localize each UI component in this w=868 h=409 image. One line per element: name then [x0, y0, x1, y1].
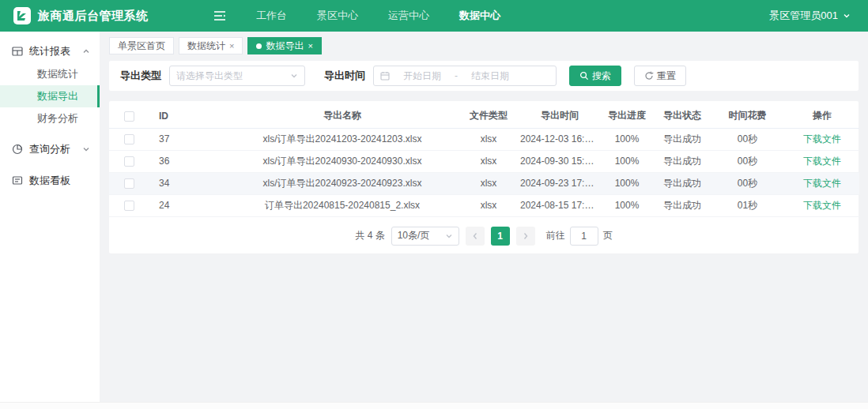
prev-page-button[interactable] — [466, 227, 485, 246]
cell-export-time: 2024-09-23 17:29:45 — [520, 172, 599, 194]
content-area: 单景区首页 数据统计 × 数据导出 × 导出类型 请选择导出类型 — [100, 32, 868, 409]
close-icon[interactable]: × — [229, 42, 234, 51]
cell-filetype: xlsx — [457, 194, 520, 216]
active-dot-icon — [256, 43, 262, 49]
cell-name: xls/订单导出20241203-20241203.xlsx — [228, 128, 457, 150]
cell-id: 34 — [149, 172, 228, 194]
page-size-select[interactable]: 10条/页 — [391, 227, 459, 246]
cell-status: 导出成功 — [655, 194, 710, 216]
cell-export-time: 2024-08-15 17:43:35 — [520, 194, 599, 216]
start-date-input[interactable] — [394, 70, 450, 81]
table-row: 24 订单导出20240815-20240815_2.xlsx xlsx 202… — [109, 194, 859, 216]
nav-item-workbench[interactable]: 工作台 — [256, 9, 287, 23]
query-pie-icon — [12, 144, 23, 155]
tab-scenic-home[interactable]: 单景区首页 — [109, 37, 174, 54]
app-root: 旅商通后台管理系统 工作台 景区中心 运营中心 数据中心 景区管理员001 统计… — [0, 0, 868, 409]
refresh-icon — [644, 71, 654, 81]
download-file-link[interactable]: 下载文件 — [803, 133, 841, 144]
export-type-placeholder: 请选择导出类型 — [176, 69, 243, 83]
app-title: 旅商通后台管理系统 — [38, 9, 149, 24]
chevron-left-icon — [472, 232, 478, 240]
top-header: 旅商通后台管理系统 工作台 景区中心 运营中心 数据中心 景区管理员001 — [0, 0, 868, 32]
cell-name: 订单导出20240815-20240815_2.xlsx — [228, 194, 457, 216]
date-range-picker[interactable]: - — [373, 66, 557, 86]
chevron-down-icon — [843, 12, 851, 20]
page-number-1[interactable]: 1 — [491, 227, 510, 246]
cell-progress: 100% — [599, 194, 655, 216]
search-icon — [579, 71, 589, 81]
cell-export-time: 2024-12-03 16:10:26 — [520, 128, 599, 150]
row-checkbox[interactable] — [124, 156, 134, 167]
col-header-actions: 操作 — [785, 104, 859, 128]
tab-label: 单景区首页 — [118, 39, 165, 53]
cell-export-time: 2024-09-30 15:25:25 — [520, 150, 599, 172]
row-checkbox[interactable] — [124, 178, 134, 189]
chevron-down-icon — [445, 232, 453, 240]
goto-label: 前往 — [546, 229, 565, 242]
col-header-name: 导出名称 — [228, 104, 457, 128]
col-header-progress: 导出进度 — [599, 104, 655, 128]
goto-page-input[interactable] — [570, 227, 598, 246]
nav-item-data-center[interactable]: 数据中心 — [459, 9, 500, 23]
sidebar: 统计报表 数据统计 数据导出 财务分析 查询分析 数据看板 — [0, 32, 100, 409]
download-file-link[interactable]: 下载文件 — [803, 178, 841, 189]
col-header-time-cost: 时间花费 — [710, 104, 785, 128]
select-all-checkbox[interactable] — [124, 111, 134, 122]
table-row: 34 xls/订单导出20240923-20240923.xlsx xlsx 2… — [109, 172, 859, 194]
logo: 旅商通后台管理系统 — [0, 6, 212, 25]
tab-data-export[interactable]: 数据导出 × — [247, 37, 321, 54]
sidebar-item-label: 数据看板 — [29, 174, 90, 188]
search-button[interactable]: 搜索 — [569, 66, 621, 86]
user-menu[interactable]: 景区管理员001 — [769, 9, 868, 23]
page-size-value: 10条/页 — [398, 229, 430, 242]
logo-icon — [13, 6, 32, 25]
nav-item-scenic-center[interactable]: 景区中心 — [317, 9, 358, 23]
sidebar-item-report-group[interactable]: 统计报表 — [0, 39, 100, 63]
cell-filetype: xlsx — [457, 128, 520, 150]
row-checkbox[interactable] — [124, 134, 134, 144]
export-table-card: ID 导出名称 文件类型 导出时间 导出进度 导出状态 时间花费 操作 — [109, 101, 859, 253]
main-layout: 统计报表 数据统计 数据导出 财务分析 查询分析 数据看板 单景区首页 — [0, 32, 868, 409]
cell-status: 导出成功 — [655, 128, 710, 150]
export-type-select[interactable]: 请选择导出类型 — [169, 66, 305, 86]
nav-item-operation-center[interactable]: 运营中心 — [388, 9, 429, 23]
cell-progress: 100% — [599, 150, 655, 172]
cell-id: 36 — [149, 150, 228, 172]
cell-time-cost: 01秒 — [710, 194, 785, 216]
reset-button[interactable]: 重置 — [634, 66, 686, 86]
top-nav: 工作台 景区中心 运营中心 数据中心 — [256, 9, 500, 23]
row-checkbox[interactable] — [124, 201, 134, 211]
chevron-down-icon — [82, 145, 90, 153]
sidebar-item-query-group[interactable]: 查询分析 — [0, 137, 100, 161]
next-page-button[interactable] — [516, 227, 535, 246]
report-grid-icon — [12, 46, 23, 57]
page-unit-label: 页 — [603, 229, 613, 242]
cell-id: 37 — [149, 128, 228, 150]
chevron-right-icon — [523, 232, 529, 240]
sidebar-item-finance-analysis[interactable]: 财务分析 — [0, 107, 100, 129]
sidebar-item-label: 统计报表 — [29, 44, 76, 58]
horizontal-scrollbar[interactable] — [0, 402, 868, 409]
export-time-label: 导出时间 — [324, 69, 365, 83]
cell-time-cost: 00秒 — [710, 128, 785, 150]
sidebar-item-data-export[interactable]: 数据导出 — [0, 85, 100, 107]
col-header-id: ID — [149, 104, 228, 128]
tabbar: 单景区首页 数据统计 × 数据导出 × — [109, 37, 859, 54]
cell-time-cost: 00秒 — [710, 172, 785, 194]
download-file-link[interactable]: 下载文件 — [803, 156, 841, 167]
table-row: 37 xls/订单导出20241203-20241203.xlsx xlsx 2… — [109, 128, 859, 150]
tab-data-statistics[interactable]: 数据统计 × — [179, 37, 243, 54]
close-icon[interactable]: × — [308, 42, 312, 51]
cell-status: 导出成功 — [655, 172, 710, 194]
filter-bar: 导出类型 请选择导出类型 导出时间 - 搜索 — [109, 61, 859, 91]
collapse-menu-icon[interactable] — [213, 10, 226, 21]
export-type-label: 导出类型 — [120, 69, 161, 83]
download-file-link[interactable]: 下载文件 — [803, 200, 841, 211]
end-date-input[interactable] — [462, 70, 518, 81]
sidebar-item-data-dashboard[interactable]: 数据看板 — [0, 169, 100, 193]
sidebar-item-data-statistics[interactable]: 数据统计 — [0, 63, 100, 85]
cell-progress: 100% — [599, 172, 655, 194]
cell-progress: 100% — [599, 128, 655, 150]
user-name: 景区管理员001 — [769, 9, 838, 23]
goto-page: 前往 页 — [546, 227, 613, 246]
